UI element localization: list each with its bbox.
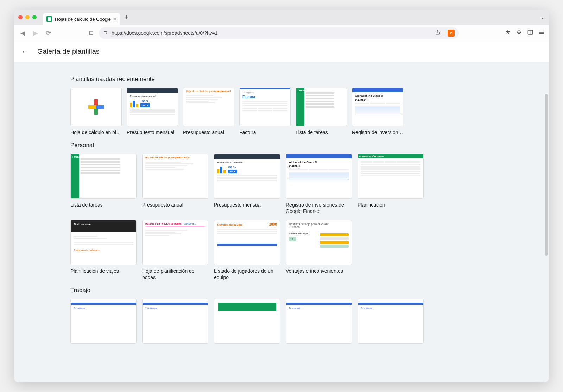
- template-label: Presupuesto mensual: [127, 129, 178, 135]
- page-content: ← Galería de plantillas Plantillas usada…: [14, 41, 549, 382]
- template-thumbnail: Presupuesto mensual +50 % 500 €: [127, 88, 178, 126]
- window-maximize[interactable]: [32, 15, 37, 19]
- bookmark-icon[interactable]: ☐: [89, 30, 94, 36]
- template-card[interactable]: Tu empresa: [70, 299, 137, 347]
- site-settings-icon[interactable]: [103, 30, 108, 36]
- template-card[interactable]: Tareas Lista de tareas: [296, 88, 347, 135]
- template-card[interactable]: [214, 299, 280, 347]
- template-card[interactable]: Título del viaje Programa de la conferen…: [70, 220, 137, 280]
- template-thumbnail: Hoja de planificación de bodas Secciones: [142, 220, 208, 265]
- menu-icon[interactable]: [538, 29, 545, 37]
- template-thumbnail: Nombre del equipo 2000: [214, 220, 280, 265]
- template-card[interactable]: Hoja de planificación de bodas Secciones…: [142, 220, 208, 280]
- toolbar-right: [505, 29, 545, 37]
- template-label: Presupuesto anual: [183, 129, 234, 135]
- tab-strip: Hojas de cálculo de Google × + ⌄: [14, 10, 549, 25]
- section-title: Trabajo: [70, 287, 493, 294]
- nav-forward-button: ▶: [31, 28, 40, 38]
- section-title: Plantillas usadas recientemente: [70, 76, 493, 83]
- scrollbar-thumb[interactable]: [545, 94, 548, 256]
- template-card[interactable]: Tareas Lista de tareas: [70, 154, 137, 214]
- template-thumbnail: [214, 299, 280, 344]
- template-label: Ventajas e inconvenientes: [286, 268, 352, 274]
- template-card[interactable]: Alphabet Inc Class C 2.409,20 Registro d…: [352, 88, 403, 135]
- tab-title: Hojas de cálculo de Google: [55, 17, 111, 22]
- sheets-favicon: [46, 16, 52, 22]
- template-card[interactable]: Tu empresa: [358, 299, 424, 347]
- template-label: Hoja de planificación de bodas: [142, 268, 208, 280]
- template-card[interactable]: Tu empresa: [142, 299, 208, 347]
- template-grid: Tu empresa Tu empresa Tu empresa Tu empr…: [70, 299, 493, 347]
- brave-shield-icon[interactable]: 2: [448, 30, 455, 37]
- template-thumbnail: Tareas: [70, 154, 137, 199]
- plus-icon: [88, 99, 104, 115]
- share-icon[interactable]: [435, 30, 441, 36]
- extensions-icon[interactable]: [516, 29, 522, 37]
- page-title: Galería de plantillas: [37, 48, 100, 56]
- template-thumbnail: Tu empresa Factura: [239, 88, 291, 126]
- template-thumbnail: Hoja de control del presupuesto anual: [183, 88, 234, 126]
- template-thumbnail: Tu empresa: [286, 299, 352, 344]
- template-label: Hoja de cálculo en bla...: [70, 129, 122, 135]
- template-thumbnail: Tareas: [296, 88, 347, 126]
- template-label: Registro de inversiones de Google Financ…: [286, 202, 352, 214]
- template-card[interactable]: Tu empresa Factura Factura: [239, 88, 291, 135]
- template-gallery: Plantillas usadas recientemente Hoja de …: [14, 62, 549, 361]
- sidepanel-icon[interactable]: [527, 29, 533, 37]
- close-icon[interactable]: ×: [114, 16, 117, 22]
- template-thumbnail: Hoja de control del presupuesto anual: [142, 154, 208, 199]
- template-card[interactable]: Hoja de control del presupuesto anual Pr…: [183, 88, 234, 135]
- window-minimize[interactable]: [25, 15, 30, 19]
- template-thumbnail: Destinos de viaje para el verano del 200…: [286, 220, 352, 265]
- section-title: Personal: [70, 142, 493, 149]
- chevron-down-icon[interactable]: ⌄: [540, 14, 545, 20]
- template-thumbnail: [70, 88, 122, 126]
- svg-point-2: [105, 31, 105, 32]
- template-label: Registro de inversione...: [352, 129, 403, 135]
- back-arrow-button[interactable]: ←: [21, 47, 29, 56]
- template-grid: Tareas Lista de tareas Hoja de control d…: [70, 154, 493, 280]
- browser-window: Hojas de cálculo de Google × + ⌄ ◀ ▶ ⟳ ☐…: [14, 10, 549, 382]
- template-thumbnail: PLANIFICACIÓN DIARIA: [358, 154, 424, 199]
- nav-back-button[interactable]: ◀: [18, 28, 27, 38]
- address-bar: ◀ ▶ ⟳ ☐ https://docs.google.com/spreadsh…: [14, 25, 549, 41]
- template-label: Lista de tareas: [70, 202, 137, 208]
- template-card[interactable]: Hoja de cálculo en bla...: [70, 88, 122, 135]
- template-grid: Hoja de cálculo en bla... Presupuesto me…: [70, 88, 493, 135]
- template-label: Listado de jugadores de un equipo: [214, 268, 280, 280]
- template-label: Factura: [239, 129, 291, 135]
- template-thumbnail: Presupuesto mensual +50 % 500 €: [214, 154, 280, 199]
- template-thumbnail: Tu empresa: [70, 299, 137, 344]
- template-card[interactable]: PLANIFICACIÓN DIARIA Planificación: [358, 154, 424, 214]
- template-card[interactable]: Nombre del equipo 2000 Listado de jugado…: [214, 220, 280, 280]
- template-label: Planificación de viajes: [70, 268, 137, 274]
- template-label: Presupuesto mensual: [214, 202, 280, 208]
- shield-badge: 2: [450, 31, 452, 35]
- template-label: Lista de tareas: [296, 129, 347, 135]
- template-card[interactable]: Destinos de viaje para el verano del 200…: [286, 220, 352, 280]
- url-field[interactable]: ☐ https://docs.google.com/spreadsheets/u…: [99, 27, 459, 39]
- template-card[interactable]: Presupuesto mensual +50 % 500 € Presupue…: [214, 154, 280, 214]
- window-close[interactable]: [18, 15, 23, 19]
- template-label: Presupuesto anual: [142, 202, 208, 208]
- traffic-lights: [18, 15, 37, 19]
- template-thumbnail: Tu empresa: [142, 299, 208, 344]
- page-header: ← Galería de plantillas: [14, 41, 549, 62]
- template-card[interactable]: Tu empresa: [286, 299, 352, 347]
- svg-point-3: [106, 33, 107, 33]
- new-tab-button[interactable]: +: [125, 14, 128, 21]
- template-thumbnail: Título del viaje Programa de la conferen…: [70, 220, 137, 265]
- svg-rect-5: [528, 30, 533, 34]
- browser-tab[interactable]: Hojas de cálculo de Google ×: [43, 13, 120, 25]
- template-card[interactable]: Alphabet Inc Class C 2.409,20 Registro d…: [286, 154, 352, 214]
- template-thumbnail: Alphabet Inc Class C 2.409,20: [352, 88, 403, 126]
- rewards-icon[interactable]: [505, 29, 511, 37]
- template-label: Planificación: [358, 202, 424, 208]
- template-thumbnail: Alphabet Inc Class C 2.409,20: [286, 154, 352, 199]
- reload-button[interactable]: ⟳: [44, 28, 53, 38]
- template-card[interactable]: Hoja de control del presupuesto anual Pr…: [142, 154, 208, 214]
- template-thumbnail: Tu empresa: [358, 299, 424, 344]
- url-text: https://docs.google.com/spreadsheets/u/0…: [112, 30, 218, 36]
- template-card[interactable]: Presupuesto mensual +50 % 500 € Presupue…: [127, 88, 178, 135]
